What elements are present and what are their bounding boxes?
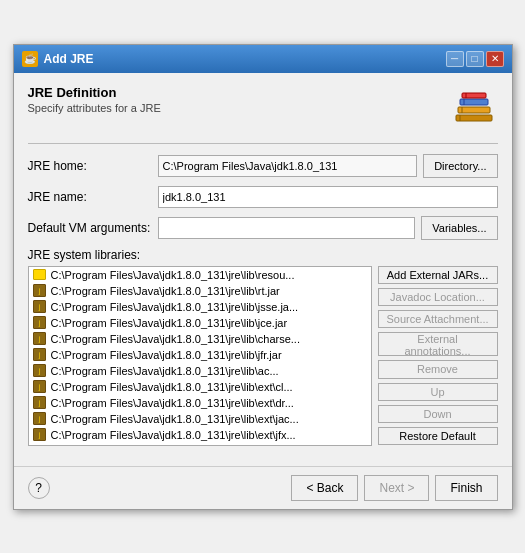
svg-rect-1 — [458, 107, 490, 113]
lib-path: C:\Program Files\Java\jdk1.8.0_131\jre\l… — [51, 429, 296, 441]
jar-icon: j — [33, 316, 47, 330]
jar-icon: j — [33, 428, 47, 442]
lib-path: C:\Program Files\Java\jdk1.8.0_131\jre\l… — [51, 301, 299, 313]
jar-icon: j — [33, 380, 47, 394]
lib-path: C:\Program Files\Java\jdk1.8.0_131\jre\l… — [51, 365, 279, 377]
add-external-jars-button[interactable]: Add External JARs... — [378, 266, 498, 284]
finish-button[interactable]: Finish — [435, 475, 497, 501]
down-button[interactable]: Down — [378, 405, 498, 423]
svg-rect-0 — [456, 115, 492, 121]
title-bar-left: ☕ Add JRE — [22, 51, 94, 67]
bottom-right: < Back Next > Finish — [291, 475, 497, 501]
title-bar: ☕ Add JRE ─ □ ✕ — [14, 45, 512, 73]
variables-button[interactable]: Variables... — [421, 216, 497, 240]
libraries-label: JRE system libraries: — [28, 248, 498, 262]
vm-args-input[interactable] — [158, 217, 416, 239]
jre-home-row: JRE home: Directory... — [28, 154, 498, 178]
javadoc-location-button[interactable]: Javadoc Location... — [378, 288, 498, 306]
jar-icon: j — [33, 348, 47, 362]
jre-home-label: JRE home: — [28, 159, 158, 173]
jar-icon: j — [33, 284, 47, 298]
lib-path: C:\Program Files\Java\jdk1.8.0_131\jre\l… — [51, 269, 295, 281]
add-jre-window: ☕ Add JRE ─ □ ✕ JRE Definition Specify a… — [13, 44, 513, 510]
section-title: JRE Definition — [28, 85, 161, 100]
lib-path: C:\Program Files\Java\jdk1.8.0_131\jre\l… — [51, 333, 300, 345]
lib-path: C:\Program Files\Java\jdk1.8.0_131\jre\l… — [51, 285, 280, 297]
remove-button[interactable]: Remove — [378, 360, 498, 378]
vm-args-label: Default VM arguments: — [28, 221, 158, 235]
list-item[interactable]: C:\Program Files\Java\jdk1.8.0_131\jre\l… — [29, 267, 371, 283]
header-row: JRE Definition Specify attributes for a … — [28, 85, 498, 133]
list-item[interactable]: j C:\Program Files\Java\jdk1.8.0_131\jre… — [29, 347, 371, 363]
list-item[interactable]: j C:\Program Files\Java\jdk1.8.0_131\jre… — [29, 427, 371, 443]
list-item[interactable]: j C:\Program Files\Java\jdk1.8.0_131\jre… — [29, 379, 371, 395]
libraries-list[interactable]: C:\Program Files\Java\jdk1.8.0_131\jre\l… — [28, 266, 372, 446]
bottom-left: ? — [28, 477, 50, 499]
lib-path: C:\Program Files\Java\jdk1.8.0_131\jre\l… — [51, 413, 299, 425]
lib-path: C:\Program Files\Java\jdk1.8.0_131\jre\l… — [51, 317, 288, 329]
dialog-content: JRE Definition Specify attributes for a … — [14, 73, 512, 458]
title-bar-buttons: ─ □ ✕ — [446, 51, 504, 67]
vm-args-row: Default VM arguments: Variables... — [28, 216, 498, 240]
header-divider — [28, 143, 498, 144]
jar-icon: j — [33, 396, 47, 410]
list-item[interactable]: j C:\Program Files\Java\jdk1.8.0_131\jre… — [29, 299, 371, 315]
list-item[interactable]: j C:\Program Files\Java\jdk1.8.0_131\jre… — [29, 315, 371, 331]
window-icon: ☕ — [22, 51, 38, 67]
jre-name-row: JRE name: — [28, 186, 498, 208]
jre-name-label: JRE name: — [28, 190, 158, 204]
libraries-container: C:\Program Files\Java\jdk1.8.0_131\jre\l… — [28, 266, 498, 446]
minimize-button[interactable]: ─ — [446, 51, 464, 67]
list-item[interactable]: j C:\Program Files\Java\jdk1.8.0_131\jre… — [29, 363, 371, 379]
jre-name-input[interactable] — [158, 186, 498, 208]
side-buttons: Add External JARs... Javadoc Location...… — [378, 266, 498, 446]
list-item[interactable]: j C:\Program Files\Java\jdk1.8.0_131\jre… — [29, 331, 371, 347]
up-button[interactable]: Up — [378, 383, 498, 401]
restore-default-button[interactable]: Restore Default — [378, 427, 498, 445]
external-annotations-button[interactable]: External annotations... — [378, 332, 498, 356]
list-item[interactable]: j C:\Program Files\Java\jdk1.8.0_131\jre… — [29, 283, 371, 299]
jar-icon: j — [33, 364, 47, 378]
list-item[interactable]: j C:\Program Files\Java\jdk1.8.0_131\jre… — [29, 395, 371, 411]
lib-path: C:\Program Files\Java\jdk1.8.0_131\jre\l… — [51, 349, 282, 361]
lib-path: C:\Program Files\Java\jdk1.8.0_131\jre\l… — [51, 381, 293, 393]
jar-icon: j — [33, 300, 47, 314]
close-button[interactable]: ✕ — [486, 51, 504, 67]
jar-icon: j — [33, 332, 47, 346]
back-button[interactable]: < Back — [291, 475, 358, 501]
directory-button[interactable]: Directory... — [423, 154, 497, 178]
maximize-button[interactable]: □ — [466, 51, 484, 67]
bottom-bar: ? < Back Next > Finish — [14, 466, 512, 509]
source-attachment-button[interactable]: Source Attachment... — [378, 310, 498, 328]
list-item[interactable]: j C:\Program Files\Java\jdk1.8.0_131\jre… — [29, 411, 371, 427]
jar-icon: j — [33, 412, 47, 426]
jre-icon — [450, 85, 498, 133]
section-subtitle: Specify attributes for a JRE — [28, 102, 161, 114]
section-header: JRE Definition Specify attributes for a … — [28, 85, 161, 114]
next-button[interactable]: Next > — [364, 475, 429, 501]
help-button[interactable]: ? — [28, 477, 50, 499]
window-title: Add JRE — [44, 52, 94, 66]
folder-icon — [33, 268, 47, 282]
lib-path: C:\Program Files\Java\jdk1.8.0_131\jre\l… — [51, 397, 294, 409]
jre-home-input[interactable] — [158, 155, 418, 177]
